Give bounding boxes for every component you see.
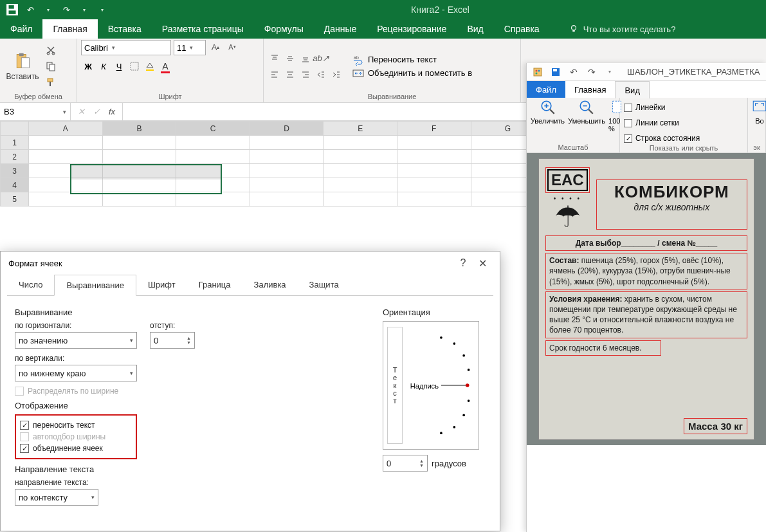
fullscreen-button[interactable]: Во bbox=[752, 99, 766, 125]
save-icon[interactable] bbox=[549, 65, 563, 79]
col-header[interactable]: C bbox=[176, 122, 250, 136]
merge-center-button[interactable]: Объединить и поместить в bbox=[352, 68, 472, 79]
tab-home[interactable]: Главная bbox=[42, 19, 97, 39]
row-header[interactable]: 4 bbox=[1, 178, 29, 192]
vertical-text-button[interactable]: Текст bbox=[387, 327, 403, 444]
undo-icon[interactable]: ↶ bbox=[567, 65, 581, 79]
orientation-button[interactable]: ab↗ bbox=[314, 51, 328, 66]
save-icon[interactable] bbox=[5, 3, 19, 17]
increase-font-button[interactable]: A▴ bbox=[208, 40, 223, 54]
tab-font[interactable]: Шрифт bbox=[136, 275, 187, 295]
col-header[interactable]: F bbox=[397, 122, 471, 136]
col-header[interactable]: D bbox=[250, 122, 324, 136]
name-box[interactable]: B3 ▾ bbox=[0, 103, 71, 120]
merge-cells-checkbox[interactable]: ✓объединение ячеек bbox=[20, 444, 132, 453]
row-header[interactable]: 5 bbox=[1, 192, 29, 206]
col-header[interactable]: E bbox=[324, 122, 397, 136]
tab-protection[interactable]: Защита bbox=[298, 275, 351, 295]
tab-formulas[interactable]: Формулы bbox=[254, 19, 314, 39]
tab-data[interactable]: Данные bbox=[314, 19, 367, 39]
wrap-text-checkbox[interactable]: ✓переносить текст bbox=[20, 421, 132, 430]
app2-tab-file[interactable]: Файл bbox=[527, 81, 565, 98]
cut-button[interactable] bbox=[44, 43, 58, 57]
indent-spinner[interactable]: 0▲▼ bbox=[150, 332, 195, 349]
enter-formula-icon[interactable]: ✓ bbox=[89, 107, 104, 116]
svg-rect-66 bbox=[753, 101, 766, 111]
chevron-down-icon: ▾ bbox=[130, 370, 133, 376]
qat-customize-icon[interactable]: ▾ bbox=[95, 3, 109, 17]
font-size-combo[interactable]: 11▾ bbox=[174, 40, 206, 55]
select-all-corner[interactable] bbox=[1, 122, 29, 136]
text-direction-combo[interactable]: по контексту▾ bbox=[15, 489, 98, 506]
degrees-spinner[interactable]: 0▲▼ bbox=[383, 455, 428, 472]
help-button[interactable]: ? bbox=[453, 257, 473, 269]
app2-tab-home[interactable]: Главная bbox=[565, 81, 615, 98]
tab-fill[interactable]: Заливка bbox=[242, 275, 298, 295]
zoom-in-button[interactable]: Увеличить bbox=[531, 99, 565, 125]
close-button[interactable]: ✕ bbox=[473, 257, 492, 270]
underline-button[interactable]: Ч bbox=[112, 59, 126, 73]
qat-customize-icon[interactable]: ▾ bbox=[603, 65, 617, 79]
svg-point-50 bbox=[453, 426, 455, 428]
align-left-button[interactable] bbox=[268, 68, 282, 82]
align-right-button[interactable] bbox=[298, 68, 313, 82]
app2-title: ШАБЛОН_ЭТИКЕТКА_РАЗМЕТКА bbox=[627, 67, 760, 77]
cancel-formula-icon[interactable]: ✕ bbox=[73, 107, 89, 116]
tab-help[interactable]: Справка bbox=[494, 19, 550, 39]
app2-tab-view[interactable]: Вид bbox=[615, 81, 650, 98]
bold-button[interactable]: Ж bbox=[81, 59, 95, 73]
row-header[interactable]: 2 bbox=[1, 150, 29, 164]
tab-alignment[interactable]: Выравнивание bbox=[54, 275, 136, 296]
copy-button[interactable] bbox=[44, 59, 58, 73]
redo-dropdown-icon[interactable]: ▾ bbox=[77, 3, 91, 17]
orientation-arc[interactable]: Надпись bbox=[408, 327, 473, 444]
col-header[interactable]: A bbox=[29, 122, 103, 136]
tab-page-layout[interactable]: Разметка страницы bbox=[152, 19, 254, 39]
rulers-checkbox[interactable]: Линейки bbox=[624, 103, 666, 112]
orientation-control[interactable]: Текст Надпись bbox=[383, 321, 479, 450]
increase-indent-button[interactable] bbox=[329, 68, 343, 82]
gridlines-checkbox[interactable]: Линии сетки bbox=[624, 118, 679, 127]
align-center-button[interactable] bbox=[283, 68, 297, 82]
tab-review[interactable]: Рецензирование bbox=[367, 19, 457, 39]
format-painter-button[interactable] bbox=[44, 75, 58, 89]
font-color-button[interactable]: А bbox=[158, 59, 172, 73]
undo-dropdown-icon[interactable]: ▾ bbox=[41, 3, 55, 17]
align-top-button[interactable] bbox=[268, 51, 282, 66]
tell-me[interactable]: Что вы хотите сделать? bbox=[569, 19, 676, 39]
wrap-text-button[interactable]: ab Переносить текст bbox=[352, 54, 472, 66]
fx-icon[interactable]: fx bbox=[104, 107, 120, 116]
redo-icon[interactable]: ↷ bbox=[59, 3, 73, 17]
clipboard-group-label: Буфер обмена bbox=[4, 93, 73, 101]
chevron-down-icon: ▾ bbox=[91, 494, 95, 500]
tab-border[interactable]: Граница bbox=[187, 275, 242, 295]
row-header[interactable]: 3 bbox=[1, 164, 29, 178]
decrease-indent-button[interactable] bbox=[314, 68, 328, 82]
italic-button[interactable]: К bbox=[96, 59, 111, 73]
svg-point-49 bbox=[462, 414, 465, 417]
tab-number[interactable]: Число bbox=[7, 275, 54, 295]
label-document: EAC • • • • ☂ КОМБИКОРМ для с/х животных… bbox=[538, 158, 754, 440]
align-bottom-button[interactable] bbox=[298, 51, 313, 66]
fill-color-button[interactable] bbox=[143, 59, 157, 73]
align-middle-button[interactable] bbox=[283, 51, 297, 66]
svg-rect-11 bbox=[50, 64, 55, 71]
row-header[interactable]: 1 bbox=[1, 136, 29, 150]
horiz-align-combo[interactable]: по значению▾ bbox=[15, 332, 137, 349]
font-name-combo[interactable]: Calibri▾ bbox=[81, 40, 171, 55]
decrease-font-button[interactable]: A▾ bbox=[225, 40, 239, 54]
col-header[interactable]: B bbox=[102, 122, 176, 136]
statusbar-checkbox[interactable]: ✓Строка состояния bbox=[624, 134, 700, 143]
svg-rect-15 bbox=[146, 69, 154, 71]
svg-point-47 bbox=[468, 369, 470, 371]
canvas-area[interactable]: EAC • • • • ☂ КОМБИКОРМ для с/х животных… bbox=[527, 153, 766, 445]
tab-insert[interactable]: Вставка bbox=[98, 19, 152, 39]
vert-align-combo[interactable]: по нижнему краю▾ bbox=[15, 365, 137, 381]
zoom-out-button[interactable]: Уменьшить bbox=[569, 99, 605, 125]
redo-icon[interactable]: ↷ bbox=[585, 65, 599, 79]
borders-button[interactable] bbox=[127, 59, 141, 73]
tab-view[interactable]: Вид bbox=[457, 19, 493, 39]
undo-icon[interactable]: ↶ bbox=[23, 3, 37, 17]
tab-file[interactable]: Файл bbox=[0, 19, 42, 39]
paste-button[interactable]: Вставить bbox=[4, 42, 41, 90]
